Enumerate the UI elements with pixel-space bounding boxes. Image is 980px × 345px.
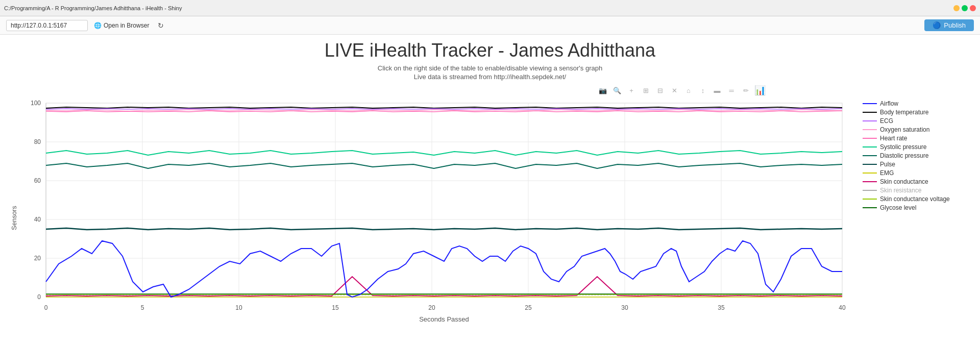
browser-icon: 🌐: [94, 22, 102, 29]
legend-item[interactable]: EMG: [863, 169, 970, 177]
close-button[interactable]: [970, 5, 976, 11]
open-browser-button[interactable]: 🌐 Open in Browser: [94, 22, 149, 29]
maximize-button[interactable]: [962, 5, 968, 11]
titlebar-title: C:/Programming/A - R Programming/James A…: [4, 5, 182, 11]
legend-item[interactable]: Body temperature: [863, 109, 970, 116]
refresh-button[interactable]: ↻: [155, 20, 166, 31]
legend-color-line: [863, 146, 877, 147]
legend-label-text: Diastolic pressure: [880, 152, 928, 159]
legend-label-text: Body temperature: [880, 109, 928, 116]
svg-text:40: 40: [839, 304, 846, 311]
legend-label-text: Oxygen saturation: [880, 126, 929, 133]
svg-text:20: 20: [34, 255, 41, 262]
legend-color-line: [863, 199, 877, 200]
page-title: LIVE iHealth Tracker - James Adhitthana: [325, 40, 655, 61]
legend-color-line: [863, 129, 877, 130]
svg-text:5: 5: [141, 304, 144, 311]
chart-container: 📷 🔍 + ⊞ ⊟ ✕ ⌂ ↕ ▬ ═ ✏ 📊 Sensors: [10, 85, 857, 323]
legend-label-text: Airflow: [880, 100, 898, 107]
legend-color-line: [863, 112, 877, 113]
svg-text:0: 0: [37, 293, 41, 301]
svg-text:35: 35: [718, 304, 725, 311]
titlebar-left: C:/Programming/A - R Programming/James A…: [4, 5, 182, 11]
pan-h1-icon[interactable]: ▬: [712, 85, 723, 96]
edit-icon[interactable]: ✏: [740, 85, 751, 96]
legend-label-text: EMG: [880, 169, 894, 177]
minimize-button[interactable]: [953, 5, 960, 11]
svg-rect-0: [46, 103, 842, 297]
pan-v-icon[interactable]: ↕: [697, 85, 708, 96]
open-browser-label: Open in Browser: [104, 22, 149, 29]
legend-color-line: [863, 164, 877, 165]
legend-color-line: [863, 181, 877, 182]
legend-label-text: Pulse: [880, 161, 895, 168]
legend-item[interactable]: Diastolic pressure: [863, 152, 970, 159]
legend-item[interactable]: Skin conductance voltage: [863, 195, 970, 203]
titlebar-controls[interactable]: [953, 5, 976, 11]
legend-label-text: ECG: [880, 117, 893, 125]
addressbar: http://127.0.0.1:5167 🌐 Open in Browser …: [0, 16, 980, 35]
legend-item[interactable]: Pulse: [863, 161, 970, 168]
legend-color-line: [863, 103, 877, 104]
publish-button[interactable]: 🔵 Publish: [924, 19, 974, 31]
legend-label-text: Skin resistance: [880, 187, 921, 194]
reset-icon[interactable]: ✕: [669, 85, 680, 96]
legend-item[interactable]: Heart rate: [863, 135, 970, 142]
zoom-out-icon[interactable]: ⊟: [654, 85, 666, 96]
svg-text:15: 15: [332, 304, 339, 311]
svg-text:Seconds Passed: Seconds Passed: [419, 315, 469, 323]
chart-toolbar: 📷 🔍 + ⊞ ⊟ ✕ ⌂ ↕ ▬ ═ ✏ 📊: [10, 85, 857, 96]
ecg-line: [46, 109, 842, 109]
legend-item[interactable]: Airflow: [863, 100, 970, 107]
legend-item[interactable]: ECG: [863, 117, 970, 125]
legend-item[interactable]: Skin conductance: [863, 178, 970, 185]
main-content: LIVE iHealth Tracker - James Adhitthana …: [0, 35, 980, 323]
legend-item[interactable]: Systolic pressure: [863, 143, 970, 151]
publish-icon: 🔵: [933, 21, 941, 29]
svg-text:0: 0: [44, 304, 48, 311]
titlebar: C:/Programming/A - R Programming/James A…: [0, 0, 980, 16]
legend: AirflowBody temperatureECGOxygen saturat…: [857, 85, 970, 213]
legend-item[interactable]: Skin resistance: [863, 187, 970, 194]
svg-text:25: 25: [525, 304, 532, 311]
chart-svg-wrapper[interactable]: 0 20 40 60 80 100 0 5 10 15 20 25 30: [20, 98, 857, 323]
svg-text:100: 100: [31, 100, 41, 107]
legend-item[interactable]: Oxygen saturation: [863, 126, 970, 133]
legend-color-line: [863, 138, 877, 139]
chart-wrapper: 📷 🔍 + ⊞ ⊟ ✕ ⌂ ↕ ▬ ═ ✏ 📊 Sensors: [0, 85, 980, 323]
svg-text:40: 40: [34, 216, 41, 223]
legend-label-text: Heart rate: [880, 135, 907, 142]
legend-color-line: [863, 207, 877, 208]
svg-text:20: 20: [428, 304, 435, 311]
svg-text:30: 30: [621, 304, 628, 311]
svg-text:80: 80: [34, 138, 41, 145]
legend-color-line: [863, 120, 877, 121]
chart-area: Sensors: [10, 98, 857, 323]
zoom-in-icon[interactable]: +: [626, 85, 637, 96]
url-display[interactable]: http://127.0.0.1:5167: [6, 20, 88, 31]
subtitle: Click on the right side of the table to …: [378, 64, 602, 72]
svg-text:60: 60: [34, 177, 41, 184]
legend-label-text: Skin conductance: [880, 178, 928, 185]
legend-item[interactable]: Glycose level: [863, 204, 970, 211]
pan-h2-icon[interactable]: ═: [726, 85, 737, 96]
legend-color-line: [863, 155, 877, 156]
camera-icon[interactable]: 📷: [597, 85, 608, 96]
legend-label-text: Skin conductance voltage: [880, 195, 950, 203]
bar-chart-icon[interactable]: 📊: [754, 85, 766, 96]
zoom-in-box-icon[interactable]: ⊞: [640, 85, 651, 96]
legend-color-line: [863, 172, 877, 174]
y-axis-label: Sensors: [10, 98, 20, 323]
legend-color-line: [863, 190, 877, 191]
publish-label: Publish: [944, 21, 966, 29]
svg-text:10: 10: [235, 304, 242, 311]
home-icon[interactable]: ⌂: [683, 85, 694, 96]
legend-label-text: Glycose level: [880, 204, 916, 211]
zoom-icon[interactable]: 🔍: [611, 85, 623, 96]
data-source: Live data is streamed from http://ihealt…: [414, 73, 566, 81]
legend-label-text: Systolic pressure: [880, 143, 926, 151]
chart-svg[interactable]: 0 20 40 60 80 100 0 5 10 15 20 25 30: [20, 98, 857, 323]
